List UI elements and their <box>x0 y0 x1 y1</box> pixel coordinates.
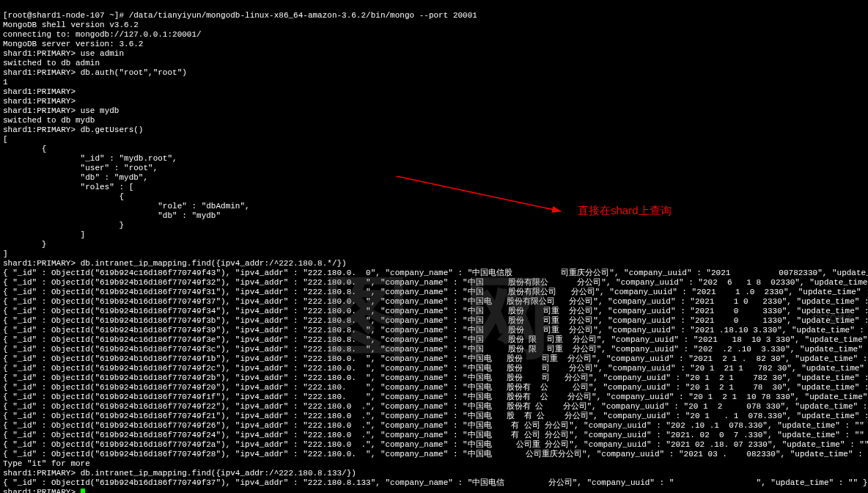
shell-version: MongoDB shell version v3.6.2 <box>3 21 139 29</box>
connect-line: connecting to: mongodb://127.0.0.1:20001… <box>3 30 202 39</box>
type-it: Type "it" for more <box>3 459 90 468</box>
primary-prompt: shard1:PRIMARY> <box>3 68 81 77</box>
command-mongo: /data/tianyiyun/mongodb-linux-x86_64-ama… <box>129 11 477 20</box>
primary-prompt: shard1:PRIMARY> <box>3 97 81 106</box>
cmd-auth: db.auth("root","root") <box>81 68 187 77</box>
cursor-icon[interactable] <box>81 489 85 493</box>
query-result-rows: { "_id" : ObjectId("619b924c16d186f77074… <box>3 269 868 459</box>
primary-prompt: shard1:PRIMARY> <box>3 259 81 268</box>
server-version: MongoDB server version: 3.6.2 <box>3 40 143 48</box>
cmd-find-2: db.intranet_ip_mapping.find({ipv4_addr:/… <box>81 469 356 478</box>
primary-prompt: shard1:PRIMARY> <box>3 469 81 478</box>
cmd-use-admin: use admin <box>81 49 124 58</box>
auth-result: 1 <box>3 78 8 87</box>
find2-result: { "_id" : ObjectId("619b924b16d186f77074… <box>3 478 867 487</box>
primary-prompt: shard1:PRIMARY> <box>3 488 81 493</box>
annotation-text: 直接在shard上查询 <box>578 205 672 215</box>
cmd-use-mydb: use mydb <box>81 106 119 115</box>
switched-mydb: switched to db mydb <box>3 116 95 125</box>
shell-prompt: [root@shard1-node-107 ~]# <box>3 11 129 20</box>
cmd-getusers: db.getUsers() <box>81 125 144 134</box>
cmd-find-1: db.intranet_ip_mapping.find({ipv4_addr:/… <box>81 259 347 268</box>
primary-prompt: shard1:PRIMARY> <box>3 125 81 134</box>
primary-prompt: shard1:PRIMARY> <box>3 49 81 58</box>
getusers-result: [ { "_id" : "mydb.root", "user" : "root"… <box>3 135 250 258</box>
primary-prompt: shard1:PRIMARY> <box>3 87 81 96</box>
switched-admin: switched to db admin <box>3 59 100 67</box>
primary-prompt: shard1:PRIMARY> <box>3 106 81 115</box>
terminal-output: [root@shard1-node-107 ~]# /data/tianyiyu… <box>0 0 868 493</box>
